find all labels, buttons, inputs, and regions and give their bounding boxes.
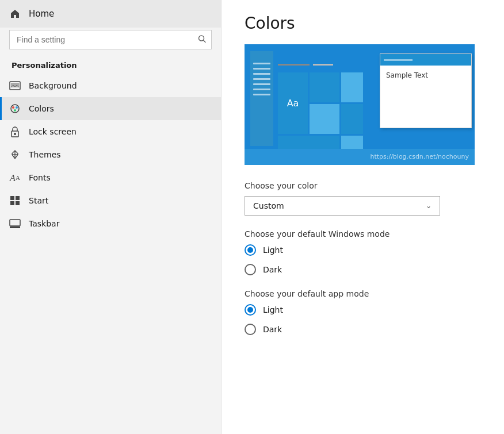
titlebar-decoration bbox=[384, 59, 413, 61]
sidebar-item-fonts[interactable]: A A Fonts bbox=[0, 166, 221, 189]
colors-icon bbox=[9, 103, 21, 114]
search-input[interactable] bbox=[9, 30, 212, 49]
sidebar: Home Personalization Background bbox=[0, 0, 222, 434]
app-mode-light[interactable]: Light bbox=[245, 304, 481, 316]
nav-line-6 bbox=[253, 89, 270, 90]
background-icon bbox=[9, 80, 21, 91]
svg-rect-14 bbox=[10, 196, 14, 200]
svg-text:A: A bbox=[16, 174, 20, 181]
sidebar-item-background[interactable]: Background bbox=[0, 74, 221, 97]
windows-mode-light[interactable]: Light bbox=[245, 244, 481, 256]
color-dropdown-value: Custom bbox=[253, 201, 284, 210]
windows-mode-radio-group: Light Dark bbox=[245, 244, 481, 275]
search-icon bbox=[198, 35, 206, 45]
svg-point-7 bbox=[14, 109, 16, 112]
preview-nav-lines bbox=[250, 51, 273, 107]
windows-mode-light-radio[interactable] bbox=[245, 244, 256, 256]
sidebar-item-colors[interactable]: Colors bbox=[0, 97, 221, 120]
preview-tiles: Aa bbox=[276, 62, 361, 151]
page-title: Colors bbox=[245, 14, 481, 33]
chevron-down-icon: ⌄ bbox=[426, 202, 432, 210]
fonts-icon: A A bbox=[9, 172, 21, 183]
tile-3 bbox=[310, 104, 339, 134]
sidebar-item-start[interactable]: Start bbox=[0, 189, 221, 212]
main-content: Colors Aa bbox=[222, 0, 504, 434]
tile-2 bbox=[341, 72, 363, 102]
svg-point-9 bbox=[14, 133, 16, 135]
nav-line-5 bbox=[253, 83, 270, 85]
themes-icon bbox=[9, 149, 21, 160]
svg-rect-17 bbox=[16, 201, 20, 205]
start-icon bbox=[9, 195, 21, 206]
app-mode-dark[interactable]: Dark bbox=[245, 324, 481, 335]
search-box bbox=[9, 30, 212, 49]
preview-nav bbox=[250, 51, 273, 146]
sample-text-label: Sample Text bbox=[386, 71, 428, 79]
windows-mode-label: Choose your default Windows mode bbox=[245, 229, 481, 239]
start-label: Start bbox=[29, 196, 48, 205]
svg-rect-18 bbox=[10, 220, 20, 226]
nav-line-4 bbox=[253, 78, 270, 80]
app-mode-dark-label: Dark bbox=[263, 325, 282, 334]
color-select-label: Choose your color bbox=[245, 181, 481, 190]
watermark: https://blog.csdn.net/nochouny bbox=[370, 153, 469, 160]
nav-line-2 bbox=[253, 68, 270, 70]
windows-mode-light-label: Light bbox=[263, 245, 283, 255]
svg-rect-15 bbox=[16, 196, 20, 200]
app-mode-label: Choose your default app mode bbox=[245, 289, 481, 298]
sidebar-item-lock-screen[interactable]: Lock screen bbox=[0, 120, 221, 143]
fonts-label: Fonts bbox=[29, 173, 51, 182]
windows-mode-section: Choose your default Windows mode Light D… bbox=[245, 229, 481, 275]
preview-dialog-titlebar bbox=[380, 54, 471, 66]
colors-label: Colors bbox=[29, 104, 54, 113]
app-mode-section: Choose your default app mode Light Dark bbox=[245, 289, 481, 335]
themes-label: Themes bbox=[29, 150, 61, 159]
svg-rect-19 bbox=[10, 226, 20, 228]
sidebar-home-button[interactable]: Home bbox=[0, 0, 221, 28]
home-label: Home bbox=[29, 9, 54, 19]
app-mode-light-radio[interactable] bbox=[245, 304, 256, 316]
nav-line-1 bbox=[253, 63, 270, 64]
home-icon bbox=[9, 8, 21, 20]
app-mode-radio-group: Light Dark bbox=[245, 304, 481, 335]
lock-screen-label: Lock screen bbox=[29, 127, 77, 136]
svg-text:A: A bbox=[9, 173, 16, 183]
topbar-line1 bbox=[278, 64, 310, 66]
svg-rect-16 bbox=[10, 201, 14, 205]
tile-grid: Aa bbox=[276, 70, 361, 160]
nav-line-3 bbox=[253, 73, 270, 75]
tile-1 bbox=[310, 72, 339, 102]
color-preview: Aa Sample Text https://blog.csdn.net/noc… bbox=[245, 44, 475, 165]
color-dropdown[interactable]: Custom ⌄ bbox=[245, 196, 440, 216]
windows-mode-dark[interactable]: Dark bbox=[245, 264, 481, 275]
preview-dialog-body: Sample Text bbox=[380, 66, 471, 85]
topbar-line2 bbox=[313, 64, 333, 66]
lock-screen-icon bbox=[9, 126, 21, 137]
windows-mode-dark-radio[interactable] bbox=[245, 264, 256, 275]
svg-point-5 bbox=[12, 106, 14, 109]
preview-dialog: Sample Text bbox=[380, 53, 472, 128]
taskbar-label: Taskbar bbox=[29, 219, 59, 228]
sidebar-section-title: Personalization bbox=[0, 56, 221, 74]
svg-point-6 bbox=[16, 106, 18, 109]
sidebar-item-themes[interactable]: Themes bbox=[0, 143, 221, 166]
nav-line-7 bbox=[253, 94, 270, 95]
app-mode-dark-radio[interactable] bbox=[245, 324, 256, 335]
sidebar-item-taskbar[interactable]: Taskbar bbox=[0, 212, 221, 235]
preview-topbar bbox=[276, 62, 361, 68]
svg-line-1 bbox=[204, 40, 206, 43]
tile-4 bbox=[341, 104, 363, 134]
windows-mode-dark-label: Dark bbox=[263, 265, 282, 274]
color-select-section: Choose your color Custom ⌄ bbox=[245, 181, 481, 216]
background-label: Background bbox=[29, 81, 77, 90]
app-mode-light-label: Light bbox=[263, 305, 283, 314]
tile-main: Aa bbox=[278, 72, 308, 134]
taskbar-icon bbox=[9, 218, 21, 229]
